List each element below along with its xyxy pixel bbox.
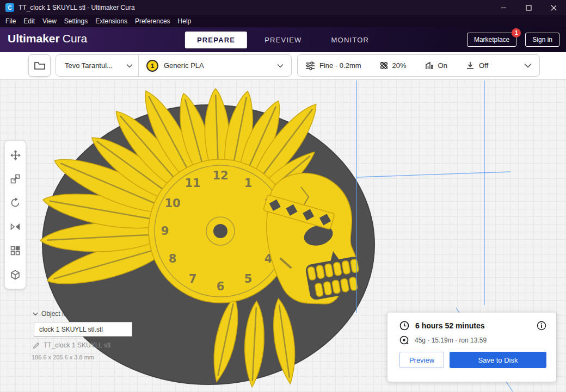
scale-icon — [10, 174, 20, 184]
print-summary-card: 6 hours 52 minutes 45g · 15.19m · ron 13… — [387, 313, 556, 382]
svg-text:1: 1 — [244, 177, 253, 190]
infill-label: 20% — [392, 61, 407, 70]
chevron-down-icon — [126, 64, 133, 68]
marketplace-badge: 1 — [512, 28, 521, 38]
print-settings-selector[interactable]: Fine - 0.2mm 20% On Off — [297, 54, 540, 77]
svg-text:6: 6 — [217, 280, 225, 293]
selected-model-name: TT_clock 1 SKUYLL stl — [33, 341, 110, 349]
mirror-icon — [10, 222, 20, 232]
infill-setting: 20% — [380, 61, 407, 70]
infill-icon — [380, 61, 388, 70]
svg-text:7: 7 — [189, 272, 197, 285]
print-time: 6 hours 52 minutes — [415, 321, 485, 330]
chevron-down-icon — [277, 64, 284, 68]
configuration-toolbar: Tevo Tarantul... 1 Generic PLA Fine - 0. — [0, 52, 566, 79]
adhesion-setting: Off — [466, 61, 488, 70]
support-setting: On — [425, 61, 447, 70]
model-tools-panel — [4, 140, 26, 289]
per-model-settings-icon — [10, 246, 20, 256]
svg-text:12: 12 — [212, 169, 228, 182]
logo-primary: Ultimaker — [8, 32, 60, 45]
move-icon — [10, 150, 21, 160]
support-blocker-button[interactable] — [6, 264, 24, 285]
titlebar: C TT_clock 1 SKUYLL stl - Ultimaker Cura — [0, 0, 566, 15]
per-model-settings-button[interactable] — [6, 240, 24, 262]
minimize-button[interactable] — [491, 0, 516, 15]
chevron-down-icon — [524, 63, 532, 68]
object-list-toggle[interactable]: Object list — [33, 310, 70, 318]
close-button[interactable] — [541, 0, 566, 15]
window-title: TT_clock 1 SKUYLL stl - Ultimaker Cura — [19, 4, 135, 11]
adhesion-label: Off — [479, 61, 488, 70]
folder-icon — [34, 61, 45, 71]
cura-logo-icon: C — [5, 3, 14, 12]
info-icon[interactable] — [537, 321, 546, 331]
header: UltimakerCura PREPARE PREVIEW MONITOR Ma… — [0, 27, 566, 52]
model-dimensions: 186.6 x 205.6 x 3.8 mm — [32, 354, 94, 360]
menu-settings[interactable]: Settings — [60, 16, 91, 26]
material-selector[interactable]: 1 Generic PLA — [139, 55, 291, 76]
svg-text:11: 11 — [184, 177, 200, 190]
object-list-item[interactable]: clock 1 SKUYLL stl.stl — [34, 322, 132, 337]
svg-text:9: 9 — [161, 225, 169, 238]
3d-viewport[interactable]: 12 1 2 3 4 5 6 7 8 9 10 11 — [0, 79, 566, 392]
profile-setting: Fine - 0.2mm — [305, 61, 361, 70]
tab-prepare[interactable]: PREPARE — [185, 32, 247, 48]
svg-text:8: 8 — [169, 252, 177, 265]
signin-button[interactable]: Sign in — [525, 33, 559, 47]
menu-view[interactable]: View — [39, 16, 60, 26]
support-label: On — [438, 61, 447, 70]
support-blocker-icon — [10, 270, 20, 280]
preview-button[interactable]: Preview — [399, 352, 444, 368]
material-usage: 45g · 15.19m · ron 13.59 — [415, 337, 487, 344]
model-name-label: TT_clock 1 SKUYLL stl — [44, 341, 110, 349]
stage-tabs: PREPARE PREVIEW MONITOR — [185, 27, 381, 52]
extruder-icon: 1 — [146, 60, 158, 72]
scale-tool-button[interactable] — [6, 168, 24, 190]
profile-label: Fine - 0.2mm — [319, 61, 361, 70]
move-tool-button[interactable] — [6, 144, 24, 166]
support-icon — [425, 61, 434, 70]
logo-secondary: Cura — [63, 32, 88, 45]
sliders-icon — [305, 61, 315, 70]
pencil-icon — [33, 342, 40, 349]
menu-preferences[interactable]: Preferences — [131, 16, 174, 26]
open-file-button[interactable] — [28, 54, 51, 77]
spool-icon — [399, 335, 409, 345]
adhesion-icon — [466, 61, 475, 70]
rotate-tool-button[interactable] — [6, 192, 24, 214]
clock-icon — [399, 321, 409, 331]
mirror-tool-button[interactable] — [6, 216, 24, 238]
menu-help[interactable]: Help — [174, 16, 195, 26]
cura-window: C TT_clock 1 SKUYLL stl - Ultimaker Cura… — [0, 0, 566, 392]
marketplace-button[interactable]: Marketplace 1 — [467, 33, 516, 47]
app-logo: UltimakerCura — [8, 32, 87, 45]
maximize-button[interactable] — [516, 0, 541, 15]
save-to-disk-button[interactable]: Save to Disk — [450, 352, 546, 368]
marketplace-label: Marketplace — [474, 36, 509, 43]
menubar: File Edit View Settings Extensions Prefe… — [0, 15, 566, 27]
printer-material-selector: Tevo Tarantul... 1 Generic PLA — [56, 54, 292, 77]
menu-file[interactable]: File — [2, 16, 20, 26]
object-list-label: Object list — [41, 310, 70, 318]
svg-text:10: 10 — [164, 197, 180, 210]
tab-monitor[interactable]: MONITOR — [319, 32, 382, 48]
printer-name: Tevo Tarantul... — [65, 61, 113, 70]
rotate-icon — [10, 198, 20, 208]
material-name: Generic PLA — [164, 61, 204, 70]
menu-extensions[interactable]: Extensions — [91, 16, 131, 26]
chevron-down-icon — [33, 312, 38, 316]
signin-label: Sign in — [532, 36, 552, 43]
printer-selector[interactable]: Tevo Tarantul... — [56, 55, 139, 76]
menu-edit[interactable]: Edit — [20, 16, 39, 26]
tab-preview[interactable]: PREVIEW — [253, 32, 313, 48]
svg-text:5: 5 — [244, 272, 253, 285]
